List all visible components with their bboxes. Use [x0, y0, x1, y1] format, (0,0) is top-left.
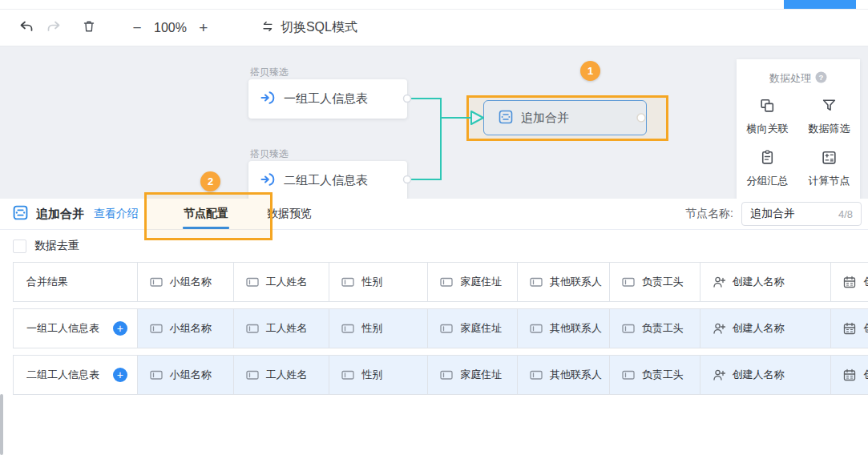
vertical-scrollbar-thumb[interactable]: [0, 394, 3, 455]
field-cell: 性别: [329, 263, 427, 301]
tool-data-filter[interactable]: 数据筛选: [798, 97, 860, 136]
delete-node-button[interactable]: [75, 14, 103, 42]
primary-action-button[interactable]: [784, 0, 856, 9]
redo-icon: [46, 18, 62, 38]
add-field-button[interactable]: +: [113, 368, 127, 382]
char-counter: 4/8: [838, 208, 853, 220]
user-add-icon: [712, 275, 726, 289]
source-table-row: 二组工人信息表+小组名称工人姓名性别家庭住址其他联系人负责工头创建人名称创建时间: [13, 355, 868, 395]
add-field-button[interactable]: +: [113, 321, 127, 336]
zoom-in-button[interactable]: +: [193, 18, 214, 38]
step-badge-1: 1: [580, 61, 600, 81]
field-cell[interactable]: 创建时间: [830, 309, 868, 348]
field-cell[interactable]: 创建时间: [830, 356, 868, 394]
source-node-label: 一组工人信息表: [284, 91, 368, 107]
undo-icon: [18, 18, 34, 38]
merge-table: 合并结果小组名称工人姓名性别家庭住址其他联系人负责工头创建人名称创建时间一组工人…: [0, 262, 868, 401]
redo-button[interactable]: [40, 14, 67, 42]
merge-node[interactable]: 追加合并: [483, 100, 647, 135]
source-node-tag: 搭贝臻选: [250, 66, 289, 79]
config-header: 追加合并 查看介绍 节点配置 数据预览 节点名称: 追加合并 4/8: [0, 199, 868, 230]
clipboard-icon: [759, 149, 776, 168]
field-icon: [341, 275, 355, 289]
field-cell[interactable]: 性别: [329, 356, 427, 394]
field-cell: 负责工头: [609, 263, 700, 301]
field-cell[interactable]: 其他联系人: [517, 356, 609, 394]
field-icon: [439, 368, 454, 382]
field-label: 小组名称: [170, 368, 212, 382]
field-label: 工人姓名: [266, 321, 308, 336]
field-label: 家庭住址: [460, 275, 502, 289]
field-icon: [149, 368, 164, 382]
field-label: 家庭住址: [460, 368, 502, 382]
field-cell[interactable]: 性别: [329, 309, 427, 348]
data-processing-panel: 数据处理 ? 横向关联 数据筛选: [737, 59, 860, 199]
help-icon[interactable]: ?: [815, 71, 827, 86]
trash-icon: [81, 18, 97, 38]
field-cell[interactable]: 工人姓名: [233, 309, 329, 348]
node-title: 追加合并: [36, 207, 84, 222]
field-cell[interactable]: 工人姓名: [233, 356, 329, 394]
undo-button[interactable]: [13, 14, 40, 42]
row-label-cell: 二组工人信息表+: [14, 356, 137, 394]
tab-data-preview[interactable]: 数据预览: [248, 199, 331, 229]
flow-canvas[interactable]: 搭贝臻选 一组工人信息表 搭贝臻选 二组工人信息表 追加合并: [0, 46, 868, 199]
field-cell[interactable]: 小组名称: [137, 309, 233, 348]
user-add-icon: [712, 368, 726, 382]
field-cell[interactable]: 家庭住址: [427, 309, 517, 348]
field-label: 创建人名称: [733, 321, 785, 336]
field-icon: [341, 321, 355, 336]
tab-node-config[interactable]: 节点配置: [164, 199, 248, 229]
dedupe-checkbox[interactable]: [13, 240, 26, 253]
field-cell[interactable]: 小组名称: [137, 356, 233, 394]
input-table-icon: [260, 171, 276, 190]
field-icon: [149, 275, 164, 289]
funnel-icon: [821, 97, 838, 116]
zoom-out-button[interactable]: −: [127, 18, 147, 38]
node-name-input[interactable]: 追加合并 4/8: [741, 202, 862, 226]
field-cell[interactable]: 创建人名称: [700, 309, 831, 348]
view-intro-link[interactable]: 查看介绍: [94, 207, 139, 221]
tool-label: 数据筛选: [809, 122, 850, 136]
field-label: 创建人名称: [733, 275, 785, 289]
field-label: 性别: [361, 368, 382, 382]
calendar-icon: [842, 275, 857, 289]
field-cell: 其他联系人: [517, 263, 609, 301]
row-label: 合并结果: [26, 275, 68, 289]
field-label: 其他联系人: [550, 321, 602, 336]
field-icon: [245, 321, 260, 336]
dedupe-row: 数据去重: [0, 230, 868, 262]
field-cell[interactable]: 负责工头: [609, 309, 700, 348]
field-cell: 小组名称: [137, 263, 233, 301]
field-label: 工人姓名: [266, 275, 308, 289]
switch-sql-mode-button[interactable]: 切换SQL模式: [260, 19, 357, 37]
source-node-label: 二组工人信息表: [284, 173, 368, 188]
field-label: 其他联系人: [550, 368, 602, 382]
tool-group-summary[interactable]: 分组汇总: [737, 149, 798, 188]
field-icon: [439, 321, 454, 336]
source-node-group2[interactable]: 二组工人信息表: [248, 161, 407, 199]
field-icon: [245, 275, 260, 289]
field-cell[interactable]: 其他联系人: [517, 309, 609, 348]
field-label: 小组名称: [170, 275, 212, 289]
field-icon: [439, 275, 454, 289]
source-node-group1[interactable]: 一组工人信息表: [248, 79, 407, 119]
zoom-controls: − 100% +: [127, 18, 214, 38]
dedupe-label: 数据去重: [34, 239, 79, 253]
field-cell[interactable]: 创建人名称: [700, 356, 831, 394]
svg-text:?: ?: [819, 73, 824, 82]
swap-icon: [260, 19, 275, 37]
tool-compute-node[interactable]: 计算节点: [798, 149, 860, 188]
tool-horizontal-join[interactable]: 横向关联: [737, 97, 798, 136]
zoom-level: 100%: [154, 21, 187, 35]
source-table-row: 一组工人信息表+小组名称工人姓名性别家庭住址其他联系人负责工头创建人名称创建时间: [13, 308, 868, 348]
field-icon: [245, 368, 260, 382]
node-config-panel: 追加合并 查看介绍 节点配置 数据预览 节点名称: 追加合并 4/8 数据去重 …: [0, 199, 868, 401]
field-cell[interactable]: 家庭住址: [427, 356, 517, 394]
field-icon: [621, 321, 636, 336]
field-cell[interactable]: 负责工头: [609, 356, 700, 394]
field-label: 工人姓名: [266, 368, 308, 382]
source-node-tag: 搭贝臻选: [250, 147, 289, 161]
overlap-squares-icon: [759, 97, 776, 116]
field-label: 创建时间: [863, 275, 868, 289]
